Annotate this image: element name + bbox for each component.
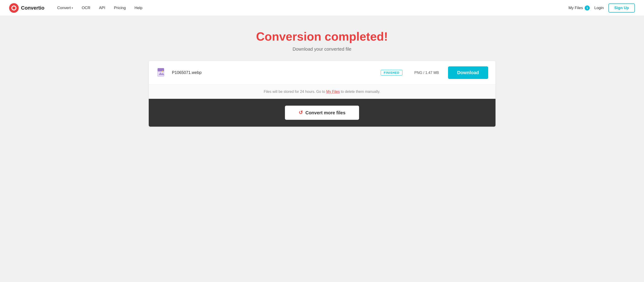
logo-link[interactable]: Convertio bbox=[9, 3, 44, 13]
nav-help[interactable]: Help bbox=[131, 4, 146, 12]
chevron-down-icon: ▾ bbox=[72, 6, 73, 10]
svg-point-4 bbox=[162, 71, 163, 72]
storage-notice: Files will be stored for 24 hours. Go to… bbox=[149, 85, 496, 99]
file-type-icon bbox=[157, 68, 167, 78]
download-button[interactable]: Download bbox=[448, 66, 488, 79]
my-files-button[interactable]: My Files 1 bbox=[568, 6, 590, 10]
navbar: Convertio Convert ▾ OCR API Pricing Help… bbox=[0, 0, 644, 16]
hero-title: Conversion completed! bbox=[9, 30, 635, 43]
navbar-right: My Files 1 Login Sign Up bbox=[568, 4, 635, 12]
hero-subtitle: Download your converted file bbox=[9, 46, 635, 52]
my-files-link[interactable]: My Files bbox=[326, 90, 340, 94]
file-format-size: PNG / 1.47 MB bbox=[407, 71, 439, 75]
nav-pricing-label: Pricing bbox=[114, 6, 126, 10]
nav-convert[interactable]: Convert ▾ bbox=[54, 4, 77, 12]
logo-text: Convertio bbox=[21, 5, 44, 11]
file-card-container: P1065071.webp FINISHED PNG / 1.47 MB Dow… bbox=[149, 61, 496, 127]
nav-ocr[interactable]: OCR bbox=[78, 4, 94, 12]
my-files-badge: 1 bbox=[585, 6, 590, 10]
main-content: Conversion completed! Download your conv… bbox=[0, 16, 644, 282]
refresh-icon: ↺ bbox=[298, 110, 303, 116]
nav-ocr-label: OCR bbox=[82, 6, 90, 10]
my-files-label: My Files bbox=[568, 6, 583, 10]
nav-pricing[interactable]: Pricing bbox=[110, 4, 129, 12]
nav-convert-label: Convert bbox=[57, 6, 71, 10]
login-button[interactable]: Login bbox=[594, 6, 604, 10]
hero-section: Conversion completed! Download your conv… bbox=[9, 30, 635, 52]
nav-api-label: API bbox=[99, 6, 105, 10]
file-row: P1065071.webp FINISHED PNG / 1.47 MB Dow… bbox=[149, 61, 496, 85]
svg-point-0 bbox=[9, 3, 19, 13]
file-name: P1065071.webp bbox=[172, 70, 376, 75]
file-icon-wrap bbox=[156, 67, 168, 78]
status-badge: FINISHED bbox=[381, 70, 402, 76]
nav-menu: Convert ▾ OCR API Pricing Help bbox=[54, 4, 568, 12]
convert-more-label: Convert more files bbox=[306, 110, 346, 116]
nav-api[interactable]: API bbox=[95, 4, 109, 12]
convert-more-button[interactable]: ↺ Convert more files bbox=[285, 106, 359, 120]
storage-text-after: to delete them manually. bbox=[340, 90, 380, 94]
logo-icon bbox=[9, 3, 19, 13]
convert-more-section: ↺ Convert more files bbox=[149, 99, 496, 127]
storage-text-before: Files will be stored for 24 hours. Go to bbox=[264, 90, 326, 94]
signup-button[interactable]: Sign Up bbox=[608, 4, 635, 12]
nav-help-label: Help bbox=[134, 6, 142, 10]
